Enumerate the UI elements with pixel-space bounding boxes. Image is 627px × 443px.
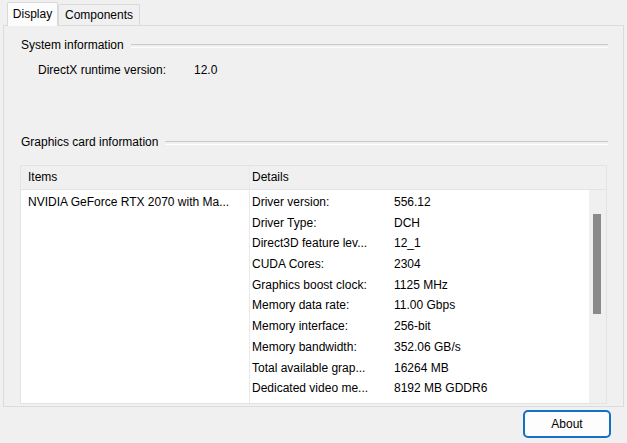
detail-row[interactable]: Memory interface: 256-bit bbox=[252, 316, 584, 337]
about-button[interactable]: About bbox=[523, 410, 611, 438]
detail-value: 8192 MB GDDR6 bbox=[394, 378, 584, 399]
detail-value: 352.06 GB/s bbox=[394, 337, 584, 358]
detail-value: 256-bit bbox=[394, 316, 584, 337]
detail-row[interactable]: Driver version: 556.12 bbox=[252, 192, 584, 213]
directx-runtime-label: DirectX runtime version: bbox=[38, 63, 166, 77]
detail-value: 12_1 bbox=[394, 233, 584, 254]
graphics-card-information-group: Graphics card information bbox=[21, 135, 608, 149]
detail-label: Driver version: bbox=[252, 192, 394, 213]
detail-label: Graphics boost clock: bbox=[252, 275, 394, 296]
directx-runtime-value: 12.0 bbox=[194, 63, 217, 77]
listview-body: NVIDIA GeForce RTX 2070 with Ma... Drive… bbox=[21, 190, 606, 403]
detail-row[interactable]: Graphics boost clock: 1125 MHz bbox=[252, 275, 584, 296]
system-information-group: System information bbox=[21, 38, 608, 52]
detail-row[interactable]: System video mem... 0 MB bbox=[252, 399, 584, 403]
detail-label: Driver Type: bbox=[252, 213, 394, 234]
graphics-card-listview: Items Details NVIDIA GeForce RTX 2070 wi… bbox=[20, 165, 607, 404]
detail-label: CUDA Cores: bbox=[252, 254, 394, 275]
column-header-details: Details bbox=[252, 170, 289, 184]
detail-row[interactable]: Memory bandwidth: 352.06 GB/s bbox=[252, 337, 584, 358]
detail-label: Memory bandwidth: bbox=[252, 337, 394, 358]
details-scrollbar-track[interactable] bbox=[589, 190, 606, 403]
group-divider bbox=[131, 44, 608, 48]
detail-row[interactable]: Total available grap... 16264 MB bbox=[252, 358, 584, 379]
system-information-dialog: { "tabs": [ { "label": "Display", "activ… bbox=[0, 0, 627, 443]
detail-label: Memory data rate: bbox=[252, 295, 394, 316]
detail-label: System video mem... bbox=[252, 399, 394, 403]
detail-label: Memory interface: bbox=[252, 316, 394, 337]
group-title-graphics-card-information: Graphics card information bbox=[21, 135, 158, 149]
tab-components[interactable]: Components bbox=[58, 4, 140, 26]
detail-label: Direct3D feature lev... bbox=[252, 233, 394, 254]
column-separator bbox=[249, 166, 250, 403]
directx-runtime-row: DirectX runtime version: 12.0 bbox=[38, 63, 166, 77]
column-header-items: Items bbox=[28, 170, 57, 184]
detail-row[interactable]: Driver Type: DCH bbox=[252, 213, 584, 234]
detail-row[interactable]: CUDA Cores: 2304 bbox=[252, 254, 584, 275]
detail-value: 11.00 Gbps bbox=[394, 295, 584, 316]
detail-label: Total available grap... bbox=[252, 358, 394, 379]
detail-value: 0 MB bbox=[394, 399, 584, 403]
detail-value: 1125 MHz bbox=[394, 275, 584, 296]
detail-value: 2304 bbox=[394, 254, 584, 275]
detail-row[interactable]: Dedicated video me... 8192 MB GDDR6 bbox=[252, 378, 584, 399]
group-divider bbox=[165, 141, 608, 145]
detail-row[interactable]: Memory data rate: 11.00 Gbps bbox=[252, 295, 584, 316]
group-title-system-information: System information bbox=[21, 38, 124, 52]
details-column: Driver version: 556.12 Driver Type: DCH … bbox=[252, 192, 584, 403]
detail-value: 556.12 bbox=[394, 192, 584, 213]
listview-header: Items Details bbox=[21, 166, 606, 190]
list-item-gpu[interactable]: NVIDIA GeForce RTX 2070 with Ma... bbox=[21, 192, 249, 213]
detail-value: 16264 MB bbox=[394, 358, 584, 379]
detail-value: DCH bbox=[394, 213, 584, 234]
details-scrollbar-thumb[interactable] bbox=[593, 214, 601, 314]
tab-display[interactable]: Display bbox=[7, 2, 58, 26]
detail-row[interactable]: Direct3D feature lev... 12_1 bbox=[252, 233, 584, 254]
detail-label: Dedicated video me... bbox=[252, 378, 394, 399]
display-tab-pane: System information DirectX runtime versi… bbox=[3, 25, 624, 407]
